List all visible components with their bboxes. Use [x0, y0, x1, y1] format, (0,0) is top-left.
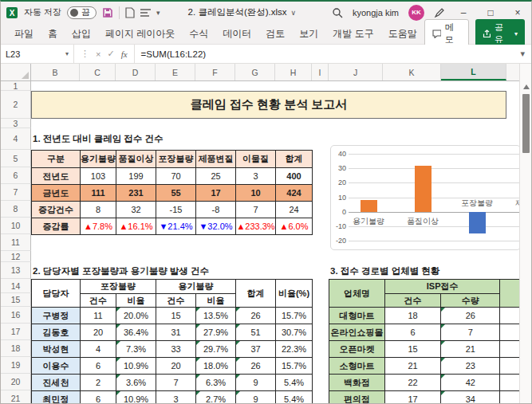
cell[interactable]: ▲7.8%	[81, 218, 116, 235]
row-header-20[interactable]: 20	[1, 374, 31, 390]
row-header-7[interactable]: 7	[1, 184, 31, 201]
cell[interactable]: 10.9%	[116, 391, 156, 404]
row-header-1[interactable]: 1	[1, 81, 31, 91]
formula-bar-expand-icon[interactable]: ▾	[514, 45, 531, 63]
cell[interactable]	[500, 358, 521, 375]
cell[interactable]: 37	[236, 341, 276, 358]
row-header-21[interactable]: 21	[1, 390, 31, 404]
column-header-G[interactable]: G	[235, 64, 275, 80]
close-button[interactable]: ×	[509, 7, 526, 18]
cell[interactable]: ▲16.1%	[116, 218, 156, 235]
cell[interactable]: 소형마트	[329, 358, 385, 375]
cell[interactable]: 오픈마켓	[329, 341, 385, 358]
column-header-K[interactable]: K	[383, 64, 441, 80]
cell[interactable]: ▼21.4%	[156, 218, 196, 235]
cell[interactable]: 백화점	[329, 375, 385, 391]
cell[interactable]: 18	[384, 308, 440, 324]
cell[interactable]: 21	[441, 341, 500, 358]
insert-function-icon[interactable]: fx	[121, 49, 128, 59]
row-header-3[interactable]: 3	[1, 119, 31, 128]
cell[interactable]: 31	[156, 324, 196, 341]
cell[interactable]: 22.3%	[276, 341, 313, 358]
row-header-10[interactable]: 10	[1, 218, 31, 234]
cell[interactable]: -8	[196, 202, 236, 218]
cell[interactable]	[500, 341, 521, 358]
cell[interactable]	[500, 280, 521, 308]
menu-tab-review[interactable]: 검토	[258, 24, 292, 44]
cell[interactable]: 업체명	[329, 280, 385, 308]
cell[interactable]: 15	[384, 341, 440, 358]
edit-pen-icon[interactable]	[434, 7, 445, 18]
menu-tab-formulas[interactable]: 수식	[182, 24, 215, 44]
cell[interactable]: 23	[441, 358, 500, 375]
cell[interactable]: 담당자	[32, 280, 81, 308]
enter-check-icon[interactable]: ✓	[107, 49, 114, 59]
cell[interactable]: 비율(%)	[276, 280, 313, 308]
row-header-11[interactable]: 11	[1, 234, 31, 251]
cell[interactable]: 합계	[276, 151, 313, 168]
cell[interactable]: 5.4%	[276, 391, 313, 404]
maximize-button[interactable]: □	[482, 7, 499, 18]
cell[interactable]: 5.4%	[276, 375, 313, 391]
menu-tab-page-layout[interactable]: 페이지 레이아웃	[98, 24, 182, 44]
cell[interactable]: 9	[236, 375, 276, 391]
cell[interactable]: 건수	[81, 294, 116, 308]
column-header-B[interactable]: B	[31, 64, 80, 80]
new-file-icon[interactable]	[125, 7, 135, 18]
row-header-4[interactable]: 4	[1, 128, 31, 150]
row-header-18[interactable]: 18	[1, 340, 31, 357]
cell[interactable]: 포장불량	[81, 280, 156, 294]
menu-tab-home[interactable]: 홈	[41, 24, 65, 44]
chart-bar-포장불량[interactable]	[469, 212, 486, 233]
formula-input[interactable]: =SUM(L16:L22)	[135, 45, 514, 63]
cell[interactable]: ▲233.3%	[236, 218, 276, 235]
cell[interactable]: 9	[236, 391, 276, 404]
column-header-F[interactable]: F	[195, 64, 235, 80]
column-header-H[interactable]: H	[275, 64, 312, 80]
cell[interactable]: 편의점	[329, 391, 385, 404]
cell[interactable]: 10.9%	[116, 358, 156, 375]
minimize-button[interactable]: –	[455, 7, 472, 18]
cell[interactable]	[500, 308, 521, 324]
cell[interactable]: 온라인쇼핑몰	[329, 324, 385, 341]
qat-caret-icon[interactable]: ▾	[156, 9, 160, 17]
cell[interactable]: ▼32.0%	[196, 218, 236, 235]
cell[interactable]: 용기불량	[81, 151, 116, 168]
cell[interactable]: 수량	[441, 294, 500, 308]
save-icon[interactable]	[102, 7, 113, 18]
cell[interactable]: 34	[441, 391, 500, 404]
cancel-icon[interactable]: ×	[96, 49, 100, 59]
cell[interactable]: 2.7%	[196, 391, 236, 404]
cell[interactable]: 30.7%	[276, 324, 313, 341]
cell[interactable]: 6.3%	[196, 375, 236, 391]
cell[interactable]: 27.9%	[196, 324, 236, 341]
row-header-6[interactable]: 6	[1, 167, 31, 184]
row-header-14[interactable]: 14	[1, 279, 31, 293]
cell[interactable]: 최민정	[32, 391, 81, 404]
cell[interactable]: 7	[156, 375, 196, 391]
comments-button[interactable]: 메모	[424, 19, 469, 48]
row-header-16[interactable]: 16	[1, 307, 31, 324]
cell[interactable]	[500, 375, 521, 391]
cell[interactable]: 424	[276, 185, 313, 202]
search-icon[interactable]	[332, 7, 343, 18]
cell[interactable]: 20	[156, 358, 196, 375]
cell[interactable]: 11	[81, 308, 116, 324]
cell[interactable]: 비율	[196, 294, 236, 308]
cell[interactable]: 199	[116, 168, 156, 185]
cell[interactable]	[500, 391, 521, 404]
row-header-13[interactable]: 13	[1, 262, 31, 279]
cell[interactable]: 박성현	[32, 341, 81, 358]
cell[interactable]: 13.5%	[196, 308, 236, 324]
cell[interactable]: 15.7%	[276, 308, 313, 324]
cell[interactable]: 26	[236, 308, 276, 324]
cell[interactable]: 7	[236, 202, 276, 218]
cell[interactable]: 합계	[236, 280, 276, 308]
cell[interactable]: 20	[81, 324, 116, 341]
chart-bar-품질이상[interactable]	[415, 166, 432, 212]
cell[interactable]: 21	[384, 358, 440, 375]
menu-tab-insert[interactable]: 삽입	[65, 24, 98, 44]
cell[interactable]: 400	[276, 168, 313, 185]
row-header-8[interactable]: 8	[1, 201, 31, 218]
list-icon[interactable]	[140, 9, 151, 17]
